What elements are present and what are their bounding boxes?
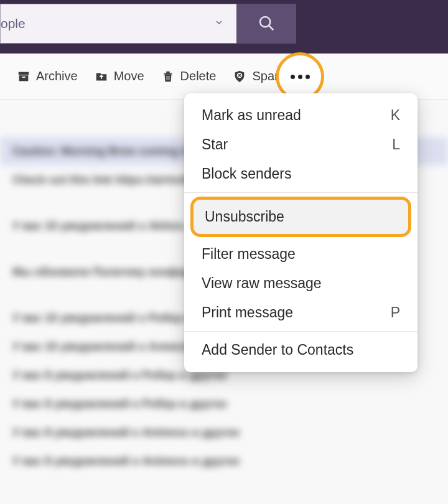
search-text: ople <box>1 16 26 31</box>
menu-shortcut: K <box>391 107 400 124</box>
menu-divider <box>184 192 418 193</box>
search-container: ople <box>0 4 296 44</box>
menu-block-senders[interactable]: Block senders <box>184 159 418 189</box>
svg-rect-6 <box>166 71 170 73</box>
menu-unsubscribe[interactable]: Unsubscribe <box>190 197 411 237</box>
menu-label: Block senders <box>202 166 291 182</box>
move-button[interactable]: Move <box>94 69 144 84</box>
menu-add-contact[interactable]: Add Sender to Contacts <box>184 335 418 365</box>
list-item[interactable]: У вас 8 уведомлений о Animess и других <box>12 418 448 447</box>
chevron-down-icon[interactable] <box>210 14 228 34</box>
menu-divider <box>184 331 418 332</box>
search-button[interactable] <box>236 4 296 44</box>
menu-label: Add Sender to Contacts <box>202 342 353 358</box>
svg-rect-8 <box>169 76 169 80</box>
shield-x-icon <box>232 69 247 84</box>
topbar: ople <box>0 0 448 54</box>
svg-rect-5 <box>164 73 172 74</box>
archive-label: Archive <box>36 69 78 83</box>
menu-label: View raw message <box>202 275 322 292</box>
search-input[interactable]: ople <box>0 4 236 44</box>
svg-rect-7 <box>166 76 167 80</box>
menu-label: Unsubscribe <box>205 208 284 225</box>
toolbar: Archive Move Delete Spam <box>0 54 448 100</box>
menu-shortcut: L <box>392 136 400 153</box>
menu-label: Star <box>202 136 228 153</box>
menu-label: Print message <box>202 304 293 321</box>
svg-line-1 <box>269 26 273 30</box>
more-icon <box>291 75 310 79</box>
svg-rect-3 <box>19 75 29 81</box>
trash-icon <box>161 69 175 84</box>
more-menu: Mark as unread K Star L Block senders Un… <box>184 93 418 372</box>
archive-button[interactable]: Archive <box>16 69 78 84</box>
move-label: Move <box>114 69 144 83</box>
menu-label: Filter message <box>202 246 296 263</box>
menu-print[interactable]: Print message P <box>184 298 418 327</box>
svg-rect-4 <box>22 77 26 78</box>
delete-label: Delete <box>180 69 217 83</box>
search-icon <box>257 14 276 34</box>
delete-button[interactable]: Delete <box>161 69 217 84</box>
menu-star[interactable]: Star L <box>184 130 418 159</box>
menu-label: Mark as unread <box>202 107 301 124</box>
menu-shortcut: P <box>391 304 400 321</box>
list-item[interactable]: У вас 8 уведомлений о Робер и других <box>12 390 448 418</box>
menu-view-raw[interactable]: View raw message <box>184 269 418 298</box>
list-item[interactable]: У вас 8 уведомлений о Animess и других <box>12 447 448 475</box>
menu-mark-unread[interactable]: Mark as unread K <box>184 101 418 130</box>
svg-rect-2 <box>19 72 29 75</box>
move-icon <box>94 69 109 84</box>
menu-filter-message[interactable]: Filter message <box>184 240 418 269</box>
archive-icon <box>16 69 31 84</box>
svg-point-0 <box>260 17 270 27</box>
